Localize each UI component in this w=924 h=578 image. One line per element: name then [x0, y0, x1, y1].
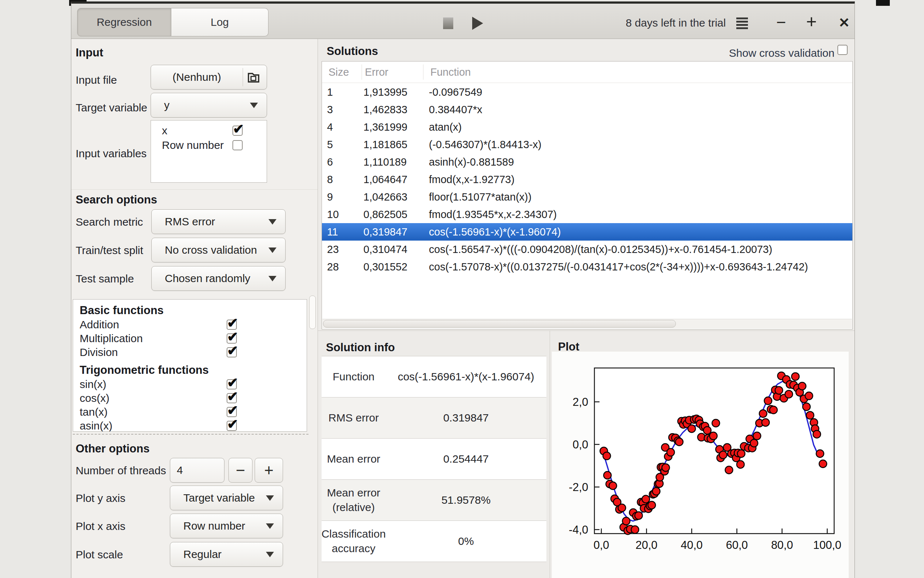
data-point: [819, 460, 827, 468]
results-area: Solutions Show cross validation error Si…: [318, 39, 854, 578]
function-label: sin(x): [80, 378, 106, 391]
test-sample-label: Test sample: [76, 273, 134, 285]
data-point: [635, 512, 642, 520]
function-checkbox[interactable]: [227, 320, 237, 330]
chevron-down-icon: [250, 103, 258, 108]
solutions-cell-error: 1,913995: [363, 86, 429, 98]
column-header-size[interactable]: Size: [328, 66, 365, 78]
solutions-row[interactable]: 280,301552cos(-1.57078-x)*((0.0137275/(-…: [322, 258, 852, 276]
function-group-title: Basic functions: [73, 300, 307, 318]
function-row[interactable]: tan(x): [73, 405, 307, 419]
solution-info-value: 0%: [386, 521, 546, 562]
input-variable-row[interactable]: Row number: [151, 138, 267, 153]
target-variable-dropdown[interactable]: y: [150, 93, 267, 118]
solution-info-row: Mean error (relative)51.9578%: [322, 480, 546, 521]
input-variable-checkbox[interactable]: [233, 140, 243, 150]
data-point: [813, 430, 821, 438]
functions-scrollbar-thumb[interactable]: [309, 295, 316, 329]
tab-regression[interactable]: Regression: [77, 8, 172, 36]
function-label: Addition: [80, 318, 119, 331]
chevron-down-icon: [266, 552, 274, 557]
test-sample-dropdown[interactable]: Chosen randomly: [151, 266, 286, 291]
solutions-cell-function: floor(1.51077*atan(x)): [429, 191, 852, 203]
search-metric-label: Search metric: [76, 216, 143, 228]
solutions-cell-function: atan(x): [429, 121, 852, 133]
data-point: [719, 451, 727, 459]
data-point: [604, 471, 611, 479]
data-point: [806, 411, 814, 419]
input-variable-row[interactable]: x: [151, 123, 267, 138]
test-sample-value: Chosen randomly: [152, 272, 250, 285]
solutions-row[interactable]: 110,319847cos(-1.56961-x)*(x-1.96074): [322, 223, 852, 240]
scrollbar-thumb[interactable]: [323, 320, 676, 328]
function-row[interactable]: Division: [73, 346, 307, 359]
plot-x-axis-dropdown[interactable]: Row number: [170, 513, 283, 538]
function-checkbox[interactable]: [227, 333, 237, 344]
function-group-title: Trigonometric functions: [73, 359, 307, 377]
solutions-row[interactable]: 100,862505fmod(1.93545*x,x-2.34307): [322, 206, 852, 223]
solution-info-value: 51.9578%: [386, 480, 546, 521]
train-test-split-value: No cross validation: [152, 244, 257, 256]
plot-scale-dropdown[interactable]: Regular: [170, 542, 283, 567]
function-row[interactable]: Addition: [73, 318, 307, 331]
solutions-cell-error: 1,462833: [363, 104, 429, 116]
solutions-horizontal-scrollbar[interactable]: [322, 319, 852, 328]
plus-icon[interactable]: +: [806, 12, 817, 31]
input-section-title: Input: [76, 46, 103, 59]
show-cv-error-checkbox[interactable]: [837, 45, 848, 55]
search-metric-dropdown[interactable]: RMS error: [151, 209, 286, 234]
number-of-threads-field[interactable]: 4: [170, 458, 225, 483]
train-test-split-dropdown[interactable]: No cross validation: [151, 238, 286, 262]
solutions-row[interactable]: 11,913995-0.0967549: [322, 83, 852, 101]
solutions-row[interactable]: 81,064647fmod(x,x-1.92773): [322, 171, 852, 188]
input-file-button[interactable]: (Nenhum): [150, 65, 267, 89]
search-options-title: Search options: [76, 193, 157, 206]
plot-y-axis-dropdown[interactable]: Target variable: [170, 485, 283, 510]
solutions-row[interactable]: 91,042663floor(1.51077*atan(x)): [322, 188, 852, 206]
function-checkbox[interactable]: [227, 407, 237, 417]
function-checkbox[interactable]: [227, 347, 237, 357]
solutions-cell-size: 5: [327, 139, 363, 151]
function-checkbox[interactable]: [227, 393, 237, 403]
function-row[interactable]: sin(x): [73, 377, 307, 391]
function-checkbox[interactable]: [227, 379, 237, 390]
solutions-cell-error: 1,361999: [363, 121, 429, 133]
input-variable-checkbox[interactable]: [233, 125, 243, 136]
column-header-error[interactable]: Error: [365, 66, 430, 78]
data-point: [725, 466, 733, 474]
minimize-icon[interactable]: −: [776, 14, 786, 31]
function-row[interactable]: asin(x): [73, 419, 307, 432]
tab-log[interactable]: Log: [172, 8, 269, 36]
play-icon[interactable]: [472, 17, 483, 30]
function-row[interactable]: Multiplication: [73, 331, 307, 346]
solution-info-value: 0.319847: [386, 398, 546, 438]
threads-increment-button[interactable]: +: [255, 458, 283, 483]
target-variable-value: y: [151, 99, 170, 111]
data-point: [710, 432, 717, 440]
data-point: [737, 450, 745, 458]
chevron-down-icon: [269, 247, 277, 253]
function-row[interactable]: cos(x): [73, 391, 307, 405]
screen: Regression Log 8 days left in the trial …: [0, 0, 924, 578]
plot-y-axis-label: Plot y axis: [76, 492, 126, 505]
solutions-title: Solutions: [327, 45, 378, 58]
data-point: [803, 403, 810, 411]
solutions-row[interactable]: 61,110189asinh(x)-0.881589: [322, 153, 852, 171]
solutions-cell-function: cos(-1.56961-x)*(x-1.96074): [429, 226, 852, 238]
solution-info-row: Functioncos(-1.56961-x)*(x-1.96074): [322, 356, 546, 398]
column-header-function[interactable]: Function: [430, 66, 852, 78]
solutions-cell-size: 6: [327, 156, 363, 168]
solutions-row[interactable]: 41,361999atan(x): [322, 118, 852, 136]
hamburger-menu-icon[interactable]: [736, 18, 748, 29]
solutions-rows: 11,913995-0.096754931,4628330.384407*x41…: [322, 83, 852, 276]
plot-y-axis-value: Target variable: [170, 492, 255, 504]
function-checkbox[interactable]: [227, 421, 237, 431]
threads-decrement-button[interactable]: −: [228, 458, 252, 483]
solutions-cell-error: 1,181865: [363, 139, 429, 151]
stop-icon[interactable]: [443, 18, 453, 29]
data-point: [791, 373, 799, 380]
solutions-row[interactable]: 51,181865(-0.546307)*(1.84413-x): [322, 136, 852, 153]
solutions-row[interactable]: 31,4628330.384407*x: [322, 101, 852, 118]
solutions-row[interactable]: 230,310474cos(-1.56547-x)*(((-0.0904208)…: [322, 240, 852, 258]
close-icon[interactable]: ✕: [838, 16, 850, 29]
